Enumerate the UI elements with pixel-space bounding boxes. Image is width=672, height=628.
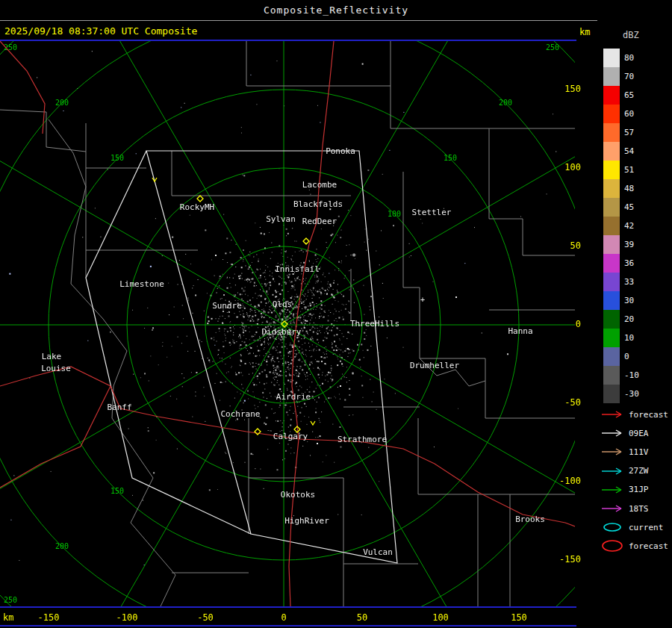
dbz-swatch-label: 42 [624, 221, 654, 231]
highway-line [0, 386, 111, 488]
track-legend-label: 09EA [629, 429, 649, 438]
right-axis-tick: -150 [554, 554, 581, 565]
bottom-axis-tick: 100 [424, 612, 457, 623]
city-label: Limestone [119, 279, 164, 289]
city-label: Drumheller [410, 361, 460, 370]
track-legend-label: current [629, 523, 663, 532]
county-boundary [391, 41, 575, 128]
dbz-scale-title: dBZ [623, 30, 639, 40]
city-label: Lake [42, 352, 62, 361]
storm-ellipse-icon [600, 539, 626, 553]
dbz-swatch [603, 123, 620, 142]
range-ring-label: 200 [55, 542, 69, 550]
asterisk-marker: * [352, 252, 357, 261]
county-boundary [246, 41, 391, 86]
station-diamond-marker [197, 196, 203, 202]
station-diamond-marker [303, 238, 309, 244]
dbz-swatch-label: -10 [624, 370, 654, 380]
azimuth-line [67, 325, 284, 606]
range-ring-label: 100 [388, 210, 401, 218]
city-label: Stettler [412, 208, 452, 217]
dbz-swatch [603, 273, 620, 291]
city-label: ThreeHills [350, 319, 399, 329]
track-legend-label: 18TS [629, 504, 649, 514]
dot-marker [317, 443, 318, 444]
dbz-swatch-label: 33 [624, 277, 654, 287]
window-title: Composite_Reflectivity [264, 4, 408, 16]
track-legend-label: 111V [629, 447, 649, 457]
city-label: Vulcan [363, 547, 393, 557]
dbz-swatch-label: 57 [624, 128, 654, 137]
city-label: HighRiver [284, 516, 329, 526]
dbz-swatch [603, 67, 620, 86]
track-legend-row: current [600, 520, 663, 534]
azimuth-line [284, 325, 575, 541]
city-label: Lacombe [302, 180, 337, 190]
dbz-swatch [603, 179, 620, 198]
dot-marker [347, 348, 349, 349]
radar-app-window: Composite_Reflectivity 2025/09/18 08:37:… [0, 0, 672, 628]
bottom-axis-tick: -150 [32, 612, 65, 623]
dbz-swatch [603, 49, 620, 67]
right-axis-tick: 50 [554, 240, 581, 251]
dbz-swatch [603, 385, 620, 403]
dbz-swatch-label: 54 [624, 146, 654, 156]
dbz-swatch [603, 347, 620, 366]
bottom-axis-unit-label: km [3, 612, 13, 623]
dbz-swatch-label: 10 [624, 333, 654, 343]
dot-marker [215, 255, 217, 256]
right-axis-unit-label: km [579, 27, 590, 37]
map-vector-layer: 150200250100150200250150200250*+PonokaLa… [0, 41, 575, 606]
range-ring-label: 150 [444, 154, 457, 162]
cross-marker: + [420, 296, 425, 304]
city-label: Ponoka [326, 146, 355, 156]
county-boundary [49, 119, 175, 606]
dbz-swatch-label: 20 [624, 314, 654, 324]
track-legend-row: 31JP [600, 483, 649, 497]
county-boundary [249, 478, 418, 564]
track-legend-label: 27ZW [629, 466, 649, 476]
dbz-swatch [603, 161, 620, 179]
track-legend-row: forecast [600, 539, 668, 553]
track-arrow-icon [600, 409, 626, 420]
azimuth-line [67, 41, 284, 325]
bottom-axis-tick: 150 [503, 612, 535, 623]
track-legend-label: 31JP [629, 485, 649, 494]
city-label: Strathmore [337, 435, 387, 444]
city-label: Hanna [508, 326, 532, 336]
dbz-swatch [603, 142, 620, 161]
dbz-swatch-label: 80 [624, 53, 654, 63]
dbz-swatch-label: 60 [624, 109, 654, 119]
dbz-swatch-label: 65 [624, 90, 654, 100]
timestamp-label: 2025/09/18 08:37:00 UTC Composite [4, 25, 197, 37]
track-legend-label: forecast [629, 410, 668, 420]
bottom-axis: km -150-100-50050100150 [0, 606, 576, 628]
city-label: Banff [107, 402, 131, 412]
city-label: Airdrie [276, 392, 311, 402]
dbz-swatch [603, 235, 620, 254]
range-ring-label: 250 [546, 43, 559, 52]
right-axis-tick: 0 [554, 319, 581, 329]
dbz-swatch-label: 36 [624, 258, 654, 268]
city-label: Sundre [212, 301, 242, 311]
radar-map[interactable]: 150200250100150200250150200250*+PonokaLa… [0, 41, 575, 606]
caret-marker [311, 421, 315, 425]
range-ring-label: 250 [4, 596, 17, 604]
dbz-swatch-label: -30 [624, 389, 654, 399]
dbz-swatch [603, 329, 620, 347]
radar-coverage-outline [86, 151, 251, 534]
range-ring-label: 200 [55, 99, 69, 107]
right-axis-tick: -100 [554, 476, 581, 486]
city-label: Blackfalds [293, 199, 343, 209]
city-label: Innisfail [275, 264, 320, 274]
range-ring-label: 200 [499, 99, 512, 107]
bottom-axis-tick: 50 [346, 612, 379, 623]
city-label: RedDeer [302, 217, 337, 226]
dbz-swatch-label: 0 [624, 352, 654, 361]
track-arrow-icon [600, 447, 626, 457]
dbz-swatch-label: 70 [624, 72, 654, 81]
dbz-swatch-label: 30 [624, 296, 654, 305]
right-axis-tick: -50 [554, 397, 581, 408]
track-arrow-icon [600, 428, 626, 438]
track-arrow-icon [600, 503, 626, 514]
